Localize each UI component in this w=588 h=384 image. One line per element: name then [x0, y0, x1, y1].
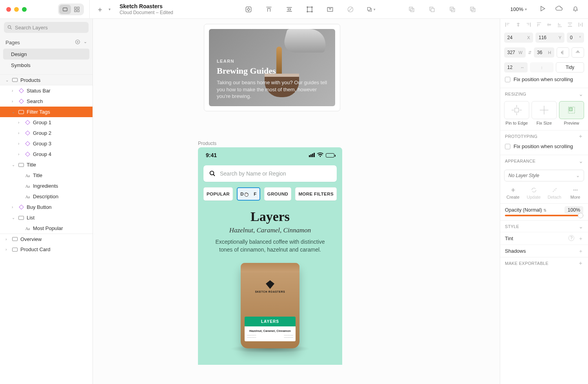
- canvas[interactable]: LEARN Brewing Guides Taking our beans ho…: [93, 19, 500, 384]
- slider-knob-icon[interactable]: [578, 213, 583, 218]
- add-icon[interactable]: ＋: [578, 248, 583, 255]
- learn-card[interactable]: LEARN Brewing Guides Taking our beans ho…: [204, 24, 340, 111]
- add-icon[interactable]: ＋: [578, 260, 583, 267]
- page-item-symbols[interactable]: Symbols: [0, 60, 93, 71]
- symbol-tool-icon[interactable]: [244, 5, 253, 14]
- layer-buy-button[interactable]: ›Buy Button: [0, 202, 93, 212]
- layer-style-select[interactable]: No Layer Style⌄: [504, 170, 584, 181]
- intersect-icon[interactable]: [448, 5, 457, 14]
- gap-field[interactable]: 12↔: [504, 62, 528, 72]
- add-icon[interactable]: ＋: [578, 235, 583, 242]
- chevron-down-icon[interactable]: ⌄: [579, 158, 583, 164]
- group-icon[interactable]: [305, 5, 314, 14]
- angle-field[interactable]: 0°: [567, 33, 584, 43]
- style-create-button[interactable]: Create: [503, 187, 523, 199]
- h-field[interactable]: 36H: [534, 47, 554, 58]
- distribute-h-icon[interactable]: [578, 22, 583, 29]
- subtract-icon[interactable]: [427, 5, 437, 14]
- appearance-header[interactable]: APPEARANCE⌄: [500, 155, 588, 167]
- align-left-icon[interactable]: [505, 22, 510, 29]
- product-search-input[interactable]: Search by Name or Region: [203, 165, 337, 182]
- layer-overview-artboard[interactable]: ›Overview: [0, 234, 93, 244]
- resize-preview-card[interactable]: [559, 101, 584, 119]
- chevron-down-icon[interactable]: ⌄: [579, 223, 583, 230]
- prototyping-header[interactable]: PROTOTYPING＋: [500, 130, 588, 142]
- layer-title-folder[interactable]: ⌄Title: [0, 159, 93, 170]
- close-window-icon[interactable]: [6, 7, 11, 12]
- resize-pin-card[interactable]: [504, 101, 529, 119]
- y-field[interactable]: 116Y: [535, 33, 564, 43]
- chevron-down-icon[interactable]: ⌄: [579, 91, 583, 97]
- align-bottom-icon[interactable]: [557, 22, 563, 29]
- align-top-icon[interactable]: [536, 22, 542, 29]
- flip-h-icon[interactable]: [557, 47, 569, 58]
- flip-v-icon[interactable]: [572, 47, 584, 58]
- difference-icon[interactable]: [468, 5, 477, 14]
- fix-position-checkbox-2[interactable]: Fix position when scrolling: [500, 142, 588, 153]
- resize-fix-card[interactable]: [532, 101, 557, 119]
- layer-product-card-artboard[interactable]: ›Product Card: [0, 244, 93, 255]
- mask-tool-icon[interactable]: [346, 5, 355, 14]
- style-detach-button[interactable]: Detach: [545, 187, 564, 199]
- add-icon[interactable]: ＋: [578, 133, 583, 140]
- resize-tool-icon[interactable]: ▾: [366, 5, 376, 14]
- lock-aspect-icon[interactable]: ⇵: [528, 50, 532, 55]
- fix-position-checkbox[interactable]: Fix position when scrolling: [500, 75, 588, 86]
- view-canvas-icon[interactable]: [59, 5, 71, 14]
- layer-group-2[interactable]: ›Group 2: [0, 128, 93, 138]
- align-top-icon[interactable]: [264, 5, 274, 14]
- notifications-bell-icon[interactable]: [572, 5, 579, 14]
- filter-more[interactable]: MORE FILTERS: [295, 187, 337, 201]
- align-center-v-icon[interactable]: [546, 22, 552, 29]
- layer-search[interactable]: ›Search: [0, 96, 93, 107]
- filter-decaf[interactable]: DECAF D F: [237, 187, 260, 201]
- view-toggle[interactable]: [58, 4, 84, 15]
- smart-layout-icon[interactable]: [325, 5, 335, 14]
- layer-list-folder[interactable]: ⌄List: [0, 212, 93, 223]
- style-header[interactable]: STYLE⌄: [500, 220, 588, 232]
- resizing-header[interactable]: RESIZING⌄: [500, 88, 588, 100]
- page-item-design[interactable]: Design: [3, 49, 89, 60]
- tint-row[interactable]: Tint?＋: [500, 232, 588, 245]
- tidy-button[interactable]: Tidy: [556, 62, 584, 72]
- search-input[interactable]: Search Layers: [4, 22, 89, 33]
- layer-status-bar[interactable]: ›Status Bar: [0, 85, 93, 96]
- zoom-control[interactable]: 100%▾: [510, 6, 530, 12]
- layer-most-popular-text[interactable]: AaMost Popular: [0, 223, 93, 234]
- preview-play-icon[interactable]: [539, 5, 546, 14]
- insert-button[interactable]: ＋: [95, 5, 105, 14]
- maximize-window-icon[interactable]: [22, 7, 27, 12]
- layer-group-3[interactable]: ›Group 3: [0, 138, 93, 149]
- filter-popular[interactable]: POPULAR: [203, 187, 233, 201]
- x-field[interactable]: 24X: [504, 33, 533, 43]
- blend-mode-chevron-icon[interactable]: ⇅: [543, 208, 546, 212]
- artboard-label[interactable]: Products: [198, 141, 216, 146]
- help-icon[interactable]: ?: [568, 235, 574, 241]
- style-update-button[interactable]: Update: [524, 187, 544, 199]
- distribute-icon[interactable]: [285, 5, 294, 14]
- w-field[interactable]: 327W: [504, 47, 526, 58]
- pages-chevron-icon[interactable]: ⌄: [83, 39, 87, 46]
- filter-ground[interactable]: GROUND: [264, 187, 292, 201]
- layer-title-text[interactable]: AaTitle: [0, 170, 93, 181]
- align-right-icon[interactable]: [526, 22, 531, 29]
- layer-filter-tags[interactable]: ⌄Filter Tags: [0, 107, 93, 117]
- tree-root-products[interactable]: ⌄ Products: [0, 75, 93, 85]
- insert-menu-chevron-icon[interactable]: ▾: [105, 5, 114, 14]
- cloud-sync-icon[interactable]: [555, 5, 563, 14]
- add-page-icon[interactable]: [75, 39, 80, 46]
- view-components-icon[interactable]: [71, 5, 83, 14]
- layer-ingredients-text[interactable]: AaIngredients: [0, 181, 93, 191]
- shadows-row[interactable]: Shadows＋: [500, 245, 588, 257]
- products-artboard[interactable]: 9:41 Search by Name or Region POPULAR DE…: [198, 147, 342, 365]
- layer-group-1[interactable]: ›Group 1: [0, 117, 93, 128]
- minimize-window-icon[interactable]: [14, 7, 19, 12]
- gap-v-field[interactable]: ↕: [530, 62, 554, 72]
- export-header[interactable]: MAKE EXPORTABLE＋: [500, 257, 588, 269]
- align-center-h-icon[interactable]: [515, 22, 521, 29]
- distribute-v-icon[interactable]: [567, 22, 573, 29]
- union-icon[interactable]: [407, 5, 416, 14]
- opacity-slider[interactable]: [505, 215, 583, 216]
- style-more-button[interactable]: More: [566, 187, 585, 199]
- layer-group-4[interactable]: ›Group 4: [0, 149, 93, 159]
